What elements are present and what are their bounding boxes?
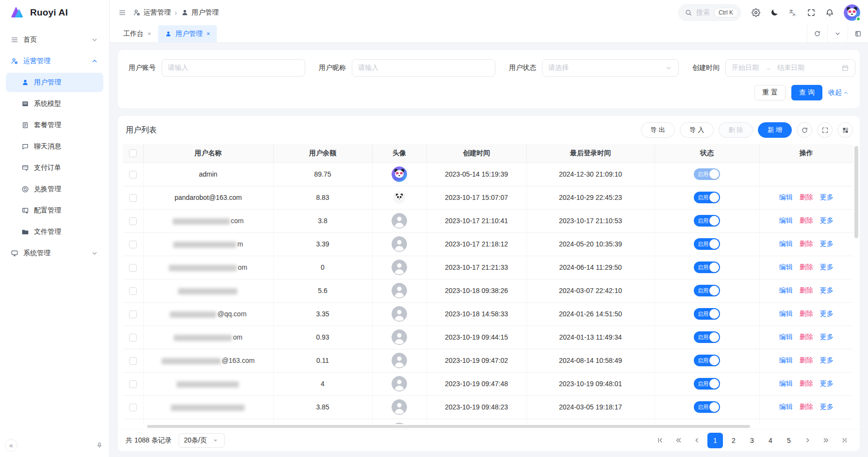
tab-workbench[interactable]: 工作台 × bbox=[116, 25, 158, 42]
row-checkbox[interactable] bbox=[129, 310, 137, 318]
status-toggle[interactable]: 启用 bbox=[694, 378, 720, 390]
status-toggle[interactable]: 启用 bbox=[694, 355, 720, 366]
more-link[interactable]: 更多 bbox=[820, 356, 834, 364]
delete-link[interactable]: 删除 bbox=[800, 263, 813, 271]
edit-link[interactable]: 编辑 bbox=[779, 379, 793, 387]
edit-link[interactable]: 编辑 bbox=[779, 263, 793, 271]
reset-button[interactable]: 重 置 bbox=[754, 85, 786, 100]
row-checkbox[interactable] bbox=[129, 380, 137, 388]
global-search[interactable]: 搜索 Ctrl K bbox=[678, 4, 741, 21]
export-button[interactable]: 导 出 bbox=[641, 122, 675, 138]
status-toggle[interactable]: 启用 bbox=[694, 192, 720, 203]
table-columns-button[interactable] bbox=[837, 122, 853, 138]
more-link[interactable]: 更多 bbox=[820, 193, 834, 201]
status-toggle[interactable]: 启用 bbox=[694, 238, 720, 250]
settings-button[interactable] bbox=[748, 4, 764, 21]
row-checkbox[interactable] bbox=[129, 264, 137, 272]
account-input[interactable]: 请输入 bbox=[162, 59, 305, 77]
close-icon[interactable]: × bbox=[207, 30, 211, 37]
more-link[interactable]: 更多 bbox=[820, 403, 834, 410]
edit-link[interactable]: 编辑 bbox=[779, 216, 793, 224]
query-button[interactable]: 查 询 bbox=[791, 85, 822, 100]
add-button[interactable]: 新 增 bbox=[758, 122, 792, 138]
page-first-button[interactable] bbox=[652, 433, 668, 448]
row-checkbox[interactable] bbox=[129, 357, 137, 365]
sidebar-item-chat-messages[interactable]: 聊天消息 bbox=[6, 137, 103, 156]
delete-link[interactable]: 删除 bbox=[800, 333, 813, 341]
delete-link[interactable]: 删除 bbox=[800, 403, 813, 410]
breadcrumb-operations[interactable]: 运营管理 bbox=[133, 8, 171, 17]
page-number-2[interactable]: 2 bbox=[726, 433, 741, 448]
sidebar-item-package-management[interactable]: 套餐管理 bbox=[6, 115, 103, 135]
logo[interactable]: Ruoyi AI bbox=[0, 0, 109, 25]
more-link[interactable]: 更多 bbox=[820, 333, 834, 341]
row-checkbox[interactable] bbox=[129, 404, 137, 411]
delete-link[interactable]: 删除 bbox=[800, 356, 813, 364]
delete-link[interactable]: 删除 bbox=[800, 193, 813, 201]
row-checkbox[interactable] bbox=[129, 217, 137, 225]
more-link[interactable]: 更多 bbox=[820, 263, 834, 271]
fold-link[interactable]: 收起 bbox=[828, 88, 849, 97]
page-back5-button[interactable] bbox=[671, 433, 686, 448]
more-link[interactable]: 更多 bbox=[820, 286, 834, 294]
page-number-5[interactable]: 5 bbox=[781, 433, 797, 448]
more-link[interactable]: 更多 bbox=[820, 310, 834, 317]
sidebar-item-redeem-management[interactable]: 兑换管理 bbox=[6, 180, 103, 199]
row-checkbox[interactable] bbox=[129, 241, 137, 248]
more-link[interactable]: 更多 bbox=[820, 216, 834, 224]
row-checkbox[interactable] bbox=[129, 171, 137, 179]
row-checkbox[interactable] bbox=[129, 334, 137, 342]
sidebar-item-config-management[interactable]: 配置管理 bbox=[6, 201, 103, 220]
edit-link[interactable]: 编辑 bbox=[779, 356, 793, 364]
row-checkbox[interactable] bbox=[129, 287, 137, 295]
tab-refresh-button[interactable] bbox=[807, 25, 827, 42]
table-refresh-button[interactable] bbox=[797, 122, 812, 138]
status-toggle[interactable]: 启用 bbox=[694, 401, 720, 413]
sidebar-toggle-icon[interactable] bbox=[118, 9, 126, 16]
sidebar-item-user-management[interactable]: 用户管理 bbox=[6, 73, 103, 92]
sidebar-item-payment-orders[interactable]: 支付订单 bbox=[6, 158, 103, 178]
status-toggle[interactable]: 启用 bbox=[694, 308, 720, 320]
delete-link[interactable]: 删除 bbox=[800, 310, 813, 317]
delete-link[interactable]: 删除 bbox=[800, 216, 813, 224]
edit-link[interactable]: 编辑 bbox=[779, 333, 793, 341]
vertical-scrollbar[interactable] bbox=[854, 146, 858, 238]
more-link[interactable]: 更多 bbox=[820, 379, 834, 387]
language-button[interactable]: 文A bbox=[785, 4, 801, 21]
date-range-picker[interactable]: 开始日期 → 结束日期 bbox=[725, 59, 855, 77]
close-icon[interactable]: × bbox=[147, 30, 151, 37]
page-last-button[interactable] bbox=[836, 433, 852, 448]
tab-user-management[interactable]: 用户管理 × bbox=[158, 25, 217, 42]
tab-dropdown-button[interactable] bbox=[827, 25, 848, 42]
delete-link[interactable]: 删除 bbox=[800, 286, 813, 294]
edit-link[interactable]: 编辑 bbox=[779, 403, 793, 410]
pin-icon[interactable] bbox=[96, 441, 103, 449]
delete-link[interactable]: 删除 bbox=[800, 379, 813, 387]
breadcrumb-user-management[interactable]: 用户管理 bbox=[181, 8, 219, 17]
status-toggle[interactable]: 启用 bbox=[694, 331, 720, 343]
delete-link[interactable]: 删除 bbox=[800, 240, 813, 247]
edit-link[interactable]: 编辑 bbox=[779, 240, 793, 247]
page-number-3[interactable]: 3 bbox=[744, 433, 760, 448]
more-link[interactable]: 更多 bbox=[820, 240, 834, 247]
page-next-button[interactable] bbox=[800, 433, 815, 448]
page-prev-button[interactable] bbox=[689, 433, 704, 448]
edit-link[interactable]: 编辑 bbox=[779, 286, 793, 294]
page-number-1[interactable]: 1 bbox=[707, 433, 723, 448]
fullscreen-button[interactable] bbox=[803, 4, 819, 21]
nickname-input[interactable]: 请输入 bbox=[352, 59, 495, 77]
sidebar-item-home[interactable]: 首页 bbox=[6, 30, 103, 49]
tab-screen-button[interactable] bbox=[848, 25, 868, 42]
sidebar-item-system-model[interactable]: 系统模型 bbox=[6, 94, 103, 114]
sidebar-item-file-management[interactable]: 文件管理 bbox=[6, 222, 103, 242]
page-forward5-button[interactable] bbox=[818, 433, 834, 448]
table-fullscreen-button[interactable] bbox=[817, 122, 833, 138]
select-all-checkbox[interactable] bbox=[129, 149, 137, 157]
import-button[interactable]: 导 入 bbox=[680, 122, 714, 138]
edit-link[interactable]: 编辑 bbox=[779, 193, 793, 201]
status-toggle[interactable]: 启用 bbox=[694, 215, 720, 227]
row-checkbox[interactable] bbox=[129, 194, 137, 202]
sidebar-collapse-button[interactable]: « bbox=[5, 439, 17, 452]
page-size-select[interactable]: 20条/页 bbox=[179, 433, 225, 448]
page-number-4[interactable]: 4 bbox=[763, 433, 778, 448]
